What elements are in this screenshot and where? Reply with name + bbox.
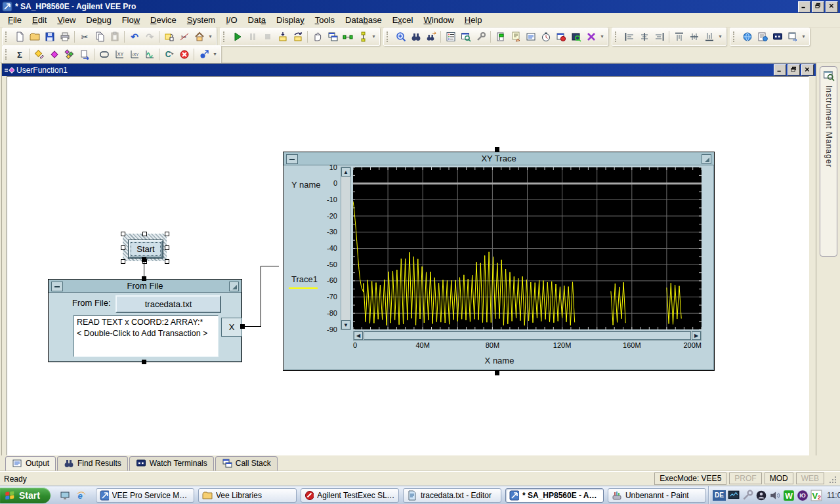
paste-button[interactable] — [107, 30, 122, 45]
from-file-sequence-out-pin[interactable] — [142, 360, 146, 364]
menu-display[interactable]: Display — [271, 13, 310, 27]
undo-button[interactable]: ↶ — [127, 30, 142, 45]
menu-system[interactable]: System — [182, 13, 220, 27]
file-name-button[interactable]: tracedata.txt — [116, 295, 221, 313]
menu-device[interactable]: Device — [145, 13, 182, 27]
quicklaunch-ie-button[interactable]: e — [73, 488, 89, 503]
xy-display-button[interactable]: XY — [112, 47, 127, 62]
toolbar-overflow-button[interactable]: ▾ — [207, 34, 214, 39]
cut-button[interactable]: ✂ — [77, 30, 92, 45]
flag-note-button[interactable] — [493, 30, 508, 45]
selection-handle[interactable] — [121, 232, 125, 236]
step-into-button[interactable] — [275, 30, 290, 45]
align-top-button[interactable] — [671, 30, 686, 45]
web-globe-button[interactable] — [740, 30, 755, 45]
minimize-button[interactable] — [798, 1, 810, 12]
tab-call-stack[interactable]: Call Stack — [215, 456, 278, 471]
web-page-button[interactable] — [755, 30, 770, 45]
close-button[interactable] — [826, 1, 838, 12]
clone-button[interactable] — [161, 30, 177, 45]
tools-wrench-button[interactable] — [473, 30, 488, 45]
copy-button[interactable] — [92, 30, 107, 45]
menu-debug[interactable]: Debug — [81, 13, 116, 27]
transaction-line[interactable]: < Double-Click to Add Transaction > — [77, 328, 215, 339]
new-file-button[interactable] — [12, 30, 27, 45]
child-close-button[interactable] — [801, 64, 814, 75]
scroll-left-arrow[interactable]: ◀ — [354, 331, 363, 340]
from-file-resize-handle[interactable] — [229, 282, 239, 291]
taskbar-task-agilent-testexec-sl-t[interactable]: Agilent TestExec SL - T... — [301, 488, 399, 503]
start-sequence-out-pin[interactable] — [142, 257, 146, 262]
breakpoint-button[interactable] — [553, 30, 568, 45]
x-axis-name[interactable]: X name — [284, 356, 715, 366]
wire-fromfile-x-v[interactable] — [261, 266, 261, 327]
taskbar-task-vee-pro-service-manager[interactable]: VEE Pro Service Manager — [96, 488, 194, 503]
find-in-window-button[interactable] — [458, 30, 473, 45]
menu-file[interactable]: File — [3, 13, 27, 27]
taskbar-task-sa-hp8560e-agil[interactable]: * SA_HP8560E - Agil... — [505, 488, 604, 503]
menu-flow[interactable]: Flow — [117, 13, 145, 27]
from-file-title-bar[interactable]: From File — [49, 280, 242, 293]
tab-find-results[interactable]: Find Results — [57, 456, 128, 471]
align-middle-button[interactable] — [686, 30, 702, 45]
instrument-pink-button[interactable] — [47, 47, 62, 62]
plot-area[interactable] — [353, 167, 702, 329]
tab-output[interactable]: Output — [5, 456, 56, 471]
tray-io-icon[interactable]: IO — [797, 490, 808, 501]
menu-excel[interactable]: Excel — [387, 13, 419, 27]
find-next-button[interactable] — [423, 30, 438, 45]
selection-handle[interactable] — [121, 259, 125, 264]
selection-handle[interactable] — [165, 232, 169, 236]
toolbar-grip[interactable] — [5, 32, 9, 42]
align-center-button[interactable] — [637, 30, 652, 45]
call-function-button[interactable]: C — [161, 47, 177, 62]
taskbar-task-unbenannt-paint[interactable]: Unbenannt - Paint — [608, 488, 706, 503]
stop-button[interactable] — [260, 30, 275, 45]
list-view-button[interactable] — [523, 30, 538, 45]
userobject-button[interactable] — [96, 47, 112, 62]
trace1-color-swatch[interactable] — [289, 287, 318, 289]
scroll-up-arrow[interactable]: ▲ — [341, 167, 350, 177]
instrument-copy-button[interactable] — [77, 47, 92, 62]
toolbar-grip[interactable] — [5, 49, 9, 60]
properties-hand-button[interactable] — [508, 30, 523, 45]
toolbar-grip[interactable] — [387, 32, 390, 42]
xy-trace-minimize-button[interactable] — [286, 154, 298, 164]
start-object[interactable]: Start — [129, 240, 163, 258]
program-canvas[interactable]: Start From File From File: tracedata.txt… — [7, 76, 809, 455]
tray-vee-icon[interactable]: V2 — [810, 490, 822, 501]
from-file-object[interactable]: From File From File: tracedata.txt READ … — [48, 279, 242, 362]
cascade-windows-button[interactable] — [325, 30, 340, 45]
x-scrollbar[interactable]: ◀ ▶ — [353, 331, 702, 341]
print-button[interactable] — [57, 30, 72, 45]
language-indicator[interactable]: DE — [713, 490, 726, 501]
xytrace-sequence-in-pin[interactable] — [495, 147, 499, 152]
web-terminal-button[interactable] — [770, 30, 785, 45]
instrument-yellow-button[interactable] — [32, 47, 47, 62]
zoom-in-button[interactable] — [393, 30, 408, 45]
home-button[interactable] — [192, 30, 207, 45]
taskbar-task-vee-libraries[interactable]: Vee Libraries — [198, 488, 297, 503]
align-bottom-button[interactable] — [702, 30, 717, 45]
transaction-list[interactable]: READ TEXT x COORD:2 ARRAY:*< Double-Clic… — [74, 315, 219, 357]
formula-button[interactable]: Σ — [12, 47, 27, 62]
xytrace-sequence-out-pin[interactable] — [495, 371, 499, 375]
disconnect-button[interactable]: ✂ — [177, 30, 192, 45]
tray-agent-icon[interactable] — [755, 490, 767, 501]
tray-wrench-icon[interactable] — [742, 490, 753, 501]
menu-io[interactable]: I/O — [220, 13, 242, 27]
complex-display-button[interactable]: iXY — [127, 47, 142, 62]
y-axis-name[interactable]: Y name — [291, 180, 321, 190]
cut-wire-button[interactable] — [583, 30, 598, 45]
toolbar-overflow-button[interactable]: ▾ — [370, 34, 377, 39]
align-horizontal-button[interactable] — [340, 30, 355, 45]
y-scrollbar[interactable]: ▲ ▼ — [341, 167, 351, 330]
align-right-button[interactable] — [652, 30, 667, 45]
redo-button[interactable]: ↷ — [142, 30, 157, 45]
toolbar-overflow-button[interactable]: ▾ — [717, 34, 724, 39]
xy-trace-resize-handle[interactable] — [702, 154, 711, 164]
wire-to-xytrace[interactable] — [261, 266, 279, 266]
wire-fromfile-x-h[interactable] — [245, 326, 261, 327]
run-button[interactable] — [230, 30, 245, 45]
instrument-multi-button[interactable] — [62, 47, 77, 62]
